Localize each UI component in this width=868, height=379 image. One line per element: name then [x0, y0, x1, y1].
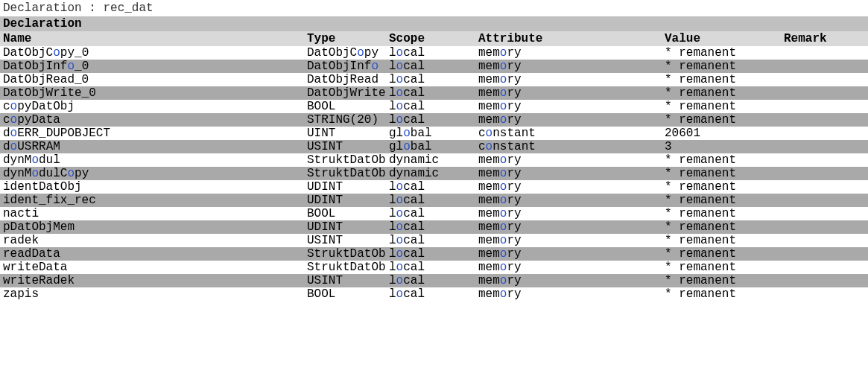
- cell-name: copyDatObj: [0, 100, 304, 113]
- cell-type: UDINT: [304, 194, 386, 207]
- table-row[interactable]: DatObjCopy_0DatObjCopylocalmemory* reman…: [0, 46, 868, 60]
- cell-name: DatObjCopy_0: [0, 46, 304, 60]
- table-row[interactable]: dynModulStruktDatObjdynamicmemory* reman…: [0, 153, 868, 167]
- table-row[interactable]: radekUSINTlocalmemory* remanent: [0, 234, 868, 247]
- cell-value: * remanent: [662, 180, 781, 194]
- table-row[interactable]: readDataStruktDatObjlocalmemory* remanen…: [0, 247, 868, 261]
- table-row[interactable]: DatObjRead_0DatObjReadlocalmemory* reman…: [0, 73, 868, 86]
- cell-attribute: memory: [475, 234, 662, 247]
- col-header-remark[interactable]: Remark: [781, 31, 868, 46]
- cell-type: BOOL: [304, 207, 386, 220]
- cell-attribute: memory: [475, 113, 662, 127]
- cell-remark: [781, 274, 868, 287]
- cell-name: radek: [0, 234, 304, 247]
- cell-type: StruktDatObj: [304, 153, 386, 167]
- table-row[interactable]: copyDataSTRING(20)localmemory* remanent: [0, 113, 868, 127]
- cell-type: UINT: [304, 127, 386, 140]
- cell-scope: global: [386, 140, 475, 153]
- table-row[interactable]: doUSRRAMUSINTglobalconstant3: [0, 140, 868, 153]
- cell-value: * remanent: [662, 207, 781, 220]
- cell-type: USINT: [304, 234, 386, 247]
- cell-scope: local: [386, 220, 475, 234]
- cell-name: writeRadek: [0, 274, 304, 287]
- table-row[interactable]: pDatObjMemUDINTlocalmemory* remanent: [0, 220, 868, 234]
- cell-attribute: memory: [475, 73, 662, 86]
- cell-remark: [781, 127, 868, 140]
- cell-scope: local: [386, 113, 475, 127]
- cell-value: * remanent: [662, 194, 781, 207]
- cell-remark: [781, 234, 868, 247]
- cell-scope: local: [386, 274, 475, 287]
- cell-type: StruktDatObj: [304, 261, 386, 274]
- cell-name: ident_fix_rec: [0, 194, 304, 207]
- cell-type: DatObjCopy: [304, 46, 386, 60]
- cell-attribute: memory: [475, 180, 662, 194]
- cell-name: readData: [0, 247, 304, 261]
- cell-name: nacti: [0, 207, 304, 220]
- table-row[interactable]: writeRadekUSINTlocalmemory* remanent: [0, 274, 868, 287]
- cell-type: UDINT: [304, 180, 386, 194]
- cell-scope: local: [386, 194, 475, 207]
- cell-value: * remanent: [662, 287, 781, 301]
- table-row[interactable]: dynModulCopyStruktDatObjdynamicmemory* r…: [0, 167, 868, 180]
- cell-type: BOOL: [304, 100, 386, 113]
- cell-value: * remanent: [662, 153, 781, 167]
- table-row[interactable]: ident_fix_recUDINTlocalmemory* remanent: [0, 194, 868, 207]
- title-prefix: Declaration :: [3, 1, 103, 15]
- cell-name: identDatObj: [0, 180, 304, 194]
- col-header-name[interactable]: Name: [0, 31, 304, 46]
- table-row[interactable]: writeDataStruktDatObjlocalmemory* remane…: [0, 261, 868, 274]
- cell-remark: [781, 46, 868, 60]
- cell-name: pDatObjMem: [0, 220, 304, 234]
- cell-name: DatObjWrite_0: [0, 86, 304, 100]
- col-header-attribute[interactable]: Attribute: [475, 31, 662, 46]
- col-header-value[interactable]: Value: [662, 31, 781, 46]
- cell-value: * remanent: [662, 73, 781, 86]
- cell-name: doERR_DUPOBJECT: [0, 127, 304, 140]
- cell-type: StruktDatObj: [304, 167, 386, 180]
- table-row[interactable]: identDatObjUDINTlocalmemory* remanent: [0, 180, 868, 194]
- cell-value: * remanent: [662, 46, 781, 60]
- cell-scope: local: [386, 261, 475, 274]
- cell-remark: [781, 247, 868, 261]
- cell-attribute: memory: [475, 261, 662, 274]
- cell-scope: local: [386, 73, 475, 86]
- cell-scope: local: [386, 46, 475, 60]
- cell-value: * remanent: [662, 247, 781, 261]
- declaration-title: Declaration : rec_dat: [0, 0, 868, 16]
- cell-scope: local: [386, 247, 475, 261]
- cell-name: DatObjRead_0: [0, 73, 304, 86]
- cell-value: * remanent: [662, 100, 781, 113]
- cell-name: doUSRRAM: [0, 140, 304, 153]
- section-header: Declaration: [0, 16, 868, 31]
- table-row[interactable]: doERR_DUPOBJECTUINTglobalconstant20601: [0, 127, 868, 140]
- cell-value: * remanent: [662, 234, 781, 247]
- cell-attribute: memory: [475, 207, 662, 220]
- cell-name: writeData: [0, 261, 304, 274]
- table-row[interactable]: zapisBOOLlocalmemory* remanent: [0, 287, 868, 301]
- cell-type: UDINT: [304, 220, 386, 234]
- cell-scope: global: [386, 127, 475, 140]
- cell-type: DatObjWrite: [304, 86, 386, 100]
- cell-scope: local: [386, 180, 475, 194]
- cell-value: 20601: [662, 127, 781, 140]
- cell-name: dynModulCopy: [0, 167, 304, 180]
- cell-value: * remanent: [662, 274, 781, 287]
- cell-value: * remanent: [662, 60, 781, 73]
- table-row[interactable]: nactiBOOLlocalmemory* remanent: [0, 207, 868, 220]
- cell-scope: local: [386, 86, 475, 100]
- table-row[interactable]: copyDatObjBOOLlocalmemory* remanent: [0, 100, 868, 113]
- col-header-type[interactable]: Type: [304, 31, 386, 46]
- table-row[interactable]: DatObjInfo_0DatObjInfolocalmemory* reman…: [0, 60, 868, 73]
- cell-scope: local: [386, 100, 475, 113]
- cell-remark: [781, 194, 868, 207]
- cell-attribute: memory: [475, 153, 662, 167]
- col-header-scope[interactable]: Scope: [386, 31, 475, 46]
- table-row[interactable]: DatObjWrite_0DatObjWritelocalmemory* rem…: [0, 86, 868, 100]
- cell-type: BOOL: [304, 287, 386, 301]
- cell-attribute: memory: [475, 46, 662, 60]
- cell-remark: [781, 167, 868, 180]
- cell-remark: [781, 100, 868, 113]
- cell-value: * remanent: [662, 86, 781, 100]
- cell-remark: [781, 261, 868, 274]
